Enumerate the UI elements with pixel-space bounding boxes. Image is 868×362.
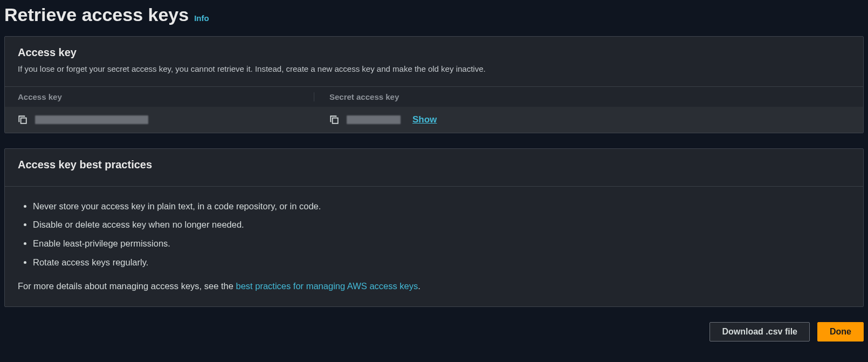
best-practices-link[interactable]: best practices for managing AWS access k… [236,281,418,291]
best-practices-panel-title: Access key best practices [18,159,850,171]
best-practices-panel-body: Never store your access key in plain tex… [5,187,863,306]
info-link[interactable]: Info [194,13,209,23]
more-details-prefix: For more details about managing access k… [18,281,236,291]
footer-actions: Download .csv file Done [4,322,864,347]
download-csv-button[interactable]: Download .csv file [709,322,810,341]
access-key-value-redacted [35,115,148,124]
more-details-text: For more details about managing access k… [18,281,850,291]
best-practices-panel-header: Access key best practices [5,149,863,187]
done-button[interactable]: Done [817,322,864,341]
page-header: Retrieve access keys Info [4,4,864,36]
list-item: Rotate access keys regularly. [33,256,850,269]
access-key-table-row: Show [5,107,863,133]
access-key-panel: Access key If you lose or forget your se… [4,36,864,133]
list-item: Never store your access key in plain tex… [33,200,850,213]
svg-rect-0 [21,118,26,123]
access-key-panel-title: Access key [18,46,850,59]
access-key-cell [18,115,314,125]
list-item: Enable least-privilege permissions. [33,237,850,250]
access-key-panel-header: Access key If you lose or forget your se… [5,37,863,87]
copy-icon[interactable] [18,115,27,125]
access-key-panel-description: If you lose or forget your secret access… [18,63,850,76]
column-header-secret-access-key: Secret access key [314,92,850,101]
svg-rect-1 [333,118,338,123]
best-practices-list: Never store your access key in plain tex… [18,200,850,269]
show-secret-link[interactable]: Show [412,114,437,125]
more-details-suffix: . [418,281,421,291]
secret-access-key-value-redacted [347,115,401,124]
page-title: Retrieve access keys [4,4,189,25]
copy-icon[interactable] [329,115,339,125]
list-item: Disable or delete access key when no lon… [33,218,850,231]
secret-access-key-cell: Show [314,114,850,125]
access-key-table-header: Access key Secret access key [5,87,863,107]
best-practices-panel: Access key best practices Never store yo… [4,148,864,307]
column-header-access-key: Access key [18,92,314,101]
